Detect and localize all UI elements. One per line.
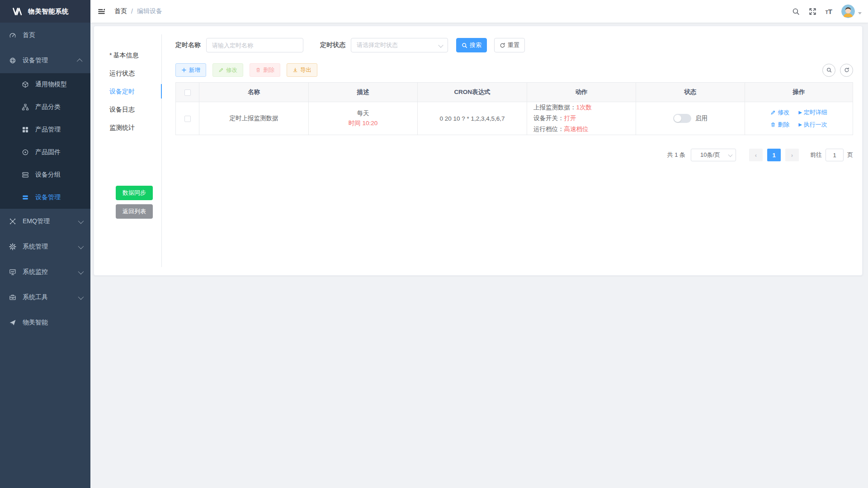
row-edit-link[interactable]: 修改	[770, 108, 789, 117]
page-number-1[interactable]: 1	[767, 149, 781, 161]
main-content: *基本信息 运行状态 设备定时 设备日志 监测统计 数据同步 返回列表 定时名称…	[90, 23, 868, 488]
sidebar-item-label: 产品固件	[35, 148, 61, 156]
search-button[interactable]: 搜索	[456, 38, 487, 52]
refresh-table-icon[interactable]	[840, 64, 853, 77]
action-line: 上报监测数据：1次数	[533, 102, 629, 113]
goto-page-input[interactable]	[826, 149, 844, 161]
add-button[interactable]: 新增	[175, 63, 206, 77]
total-count: 共 1 条	[667, 151, 685, 159]
page-size-select[interactable]: 10条/页	[691, 149, 736, 161]
prev-page-button[interactable]: ‹	[749, 149, 763, 161]
chevron-down-icon	[78, 294, 84, 300]
sidebar-item-label: 系统工具	[23, 293, 48, 301]
sidebar-item-label: 系统监控	[23, 268, 48, 276]
font-size-icon[interactable]: TT	[826, 8, 832, 15]
row-desc: 每天 时间 10:20	[309, 102, 418, 135]
sidebar-item-device-group[interactable]: 设备分组	[0, 164, 90, 186]
sidebar-item-product-management[interactable]: 产品管理	[0, 118, 90, 141]
sidebar-item-label: 产品分类	[35, 103, 61, 111]
sidebar-menu: 首页 设备管理 通用物模型	[0, 23, 90, 335]
status-toggle[interactable]	[673, 114, 691, 123]
next-page-button[interactable]: ›	[785, 149, 799, 161]
gear-icon	[9, 243, 16, 250]
tab-device-timer[interactable]: 设备定时	[103, 82, 161, 100]
select-all-checkbox[interactable]	[184, 89, 191, 96]
chevron-down-icon	[438, 42, 443, 47]
server-group-icon	[22, 171, 29, 178]
collapse-sidebar-icon[interactable]	[90, 8, 112, 15]
sidebar-item-system-tools[interactable]: 系统工具	[0, 285, 90, 310]
select-all-header	[176, 83, 199, 102]
data-sync-button[interactable]: 数据同步	[116, 186, 153, 200]
edit-pen-icon	[218, 67, 224, 73]
table-tools	[822, 64, 853, 77]
logo-mark-icon	[12, 7, 24, 16]
side-buttons: 数据同步 返回列表	[103, 186, 161, 219]
caret-right-icon: ▶	[798, 110, 802, 115]
timer-name-input[interactable]	[206, 38, 303, 52]
chevron-down-icon	[728, 153, 733, 157]
dashboard-icon	[9, 32, 16, 39]
row-delete-link[interactable]: 删除	[770, 121, 789, 129]
breadcrumb-current: 编辑设备	[137, 7, 162, 15]
edit-button[interactable]: 修改	[212, 63, 243, 77]
row-timer-detail-link[interactable]: ▶ 定时详细	[798, 108, 827, 117]
toggle-search-icon[interactable]	[822, 64, 835, 77]
sidebar-item-emq-management[interactable]: EMQ管理	[0, 209, 90, 234]
tab-device-log[interactable]: 设备日志	[103, 100, 161, 118]
tab-monitor-stats[interactable]: 监测统计	[103, 118, 161, 136]
sidebar-item-product-category[interactable]: 产品分类	[0, 96, 90, 118]
sidebar-item-system-monitor[interactable]: 系统监控	[0, 259, 90, 285]
breadcrumb-home[interactable]: 首页	[114, 7, 127, 15]
reset-button[interactable]: 重置	[494, 38, 525, 52]
sidebar-item-system-management[interactable]: 系统管理	[0, 234, 90, 259]
desc-frequency: 每天	[309, 108, 417, 118]
row-checkbox[interactable]	[184, 116, 191, 122]
user-menu[interactable]	[841, 5, 862, 18]
sidebar-item-device-management-sub[interactable]: 设备管理	[0, 186, 90, 209]
search-icon	[462, 42, 467, 48]
sidebar-item-device-management[interactable]: 设备管理	[0, 48, 90, 73]
caret-right-icon: ▶	[798, 122, 802, 127]
timer-status-select[interactable]: 请选择定时状态	[351, 38, 448, 52]
row-run-once-link[interactable]: ▶ 执行一次	[798, 121, 827, 129]
sidebar-item-label: EMQ管理	[23, 217, 50, 225]
col-action: 动作	[527, 83, 636, 102]
pagination: 共 1 条 10条/页 ‹ 1 › 前往 页	[175, 149, 853, 161]
sidebar-item-thing-model[interactable]: 通用物模型	[0, 73, 90, 96]
delete-button[interactable]: 删除	[250, 63, 280, 77]
chevron-down-icon	[78, 218, 84, 224]
chevron-down-icon	[78, 268, 84, 274]
tab-running-status[interactable]: 运行状态	[103, 64, 161, 82]
sidebar: 物美智能系统 首页 设备管理	[0, 0, 90, 488]
sidebar-item-label: 系统管理	[23, 243, 48, 251]
timer-table: 名称 描述 CRON表达式 动作 状态 操作 定时上报监测数据 每天	[175, 82, 853, 135]
goto-page: 前往 页	[810, 149, 853, 161]
col-operate: 操作	[745, 83, 853, 102]
sidebar-item-label: 设备分组	[35, 171, 61, 179]
sidebar-item-product-firmware[interactable]: 产品固件	[0, 141, 90, 164]
nodes-icon	[9, 218, 16, 225]
app-title: 物美智能系统	[28, 7, 69, 16]
sidebar-item-label: 通用物模型	[35, 80, 67, 89]
sidebar-item-home[interactable]: 首页	[0, 23, 90, 48]
header-search-icon[interactable]	[792, 8, 800, 15]
logo[interactable]: 物美智能系统	[0, 0, 90, 23]
required-mark: *	[109, 52, 112, 59]
col-status: 状态	[636, 83, 745, 102]
sidebar-item-wumei-smart[interactable]: 物美智能	[0, 310, 90, 335]
fullscreen-icon[interactable]	[809, 8, 816, 15]
avatar[interactable]	[841, 5, 855, 18]
tab-basic-info[interactable]: *基本信息	[103, 46, 161, 64]
back-to-list-button[interactable]: 返回列表	[116, 204, 153, 219]
sidebar-item-label: 设备管理	[23, 56, 48, 65]
row-actions: 上报监测数据：1次数 设备开关：打开 运行档位：高速档位	[527, 102, 636, 135]
status-label: 启用	[695, 114, 708, 122]
export-button[interactable]: 导出	[287, 63, 317, 77]
page-unit-label: 页	[847, 151, 853, 159]
device-tabs: *基本信息 运行状态 设备定时 设备日志 监测统计 数据同步 返回列表	[103, 34, 162, 267]
row-cron: 0 20 10 ? * 1,2,3,4,5,6,7	[418, 102, 527, 135]
desc-time: 时间 10:20	[309, 118, 417, 128]
sidebar-item-label: 设备管理	[35, 193, 61, 202]
breadcrumb-separator: /	[131, 8, 133, 15]
